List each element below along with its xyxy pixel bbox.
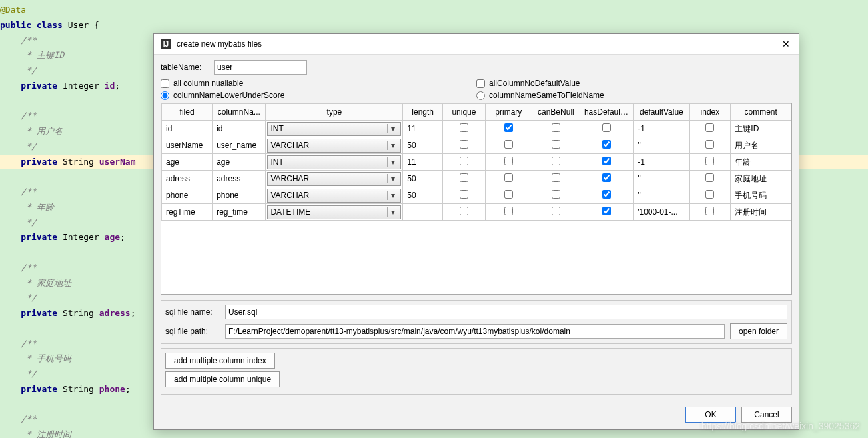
cell-type[interactable]: VARCHAR▾ xyxy=(266,187,403,204)
index-checkbox[interactable] xyxy=(705,140,714,149)
cell-unique[interactable] xyxy=(443,187,486,204)
cell-columnname[interactable]: phone xyxy=(213,187,266,204)
cell-index[interactable] xyxy=(689,171,731,187)
cell-hasdefault[interactable] xyxy=(580,121,633,137)
cell-type[interactable]: DATETIME▾ xyxy=(266,204,403,221)
cell-index[interactable] xyxy=(689,121,731,137)
primary-checkbox[interactable] xyxy=(504,140,513,149)
canbenull-checkbox[interactable] xyxy=(552,157,560,165)
chevron-down-icon[interactable]: ▾ xyxy=(387,157,398,167)
cell-unique[interactable] xyxy=(443,121,486,137)
chevron-down-icon[interactable]: ▾ xyxy=(387,124,398,133)
index-checkbox[interactable] xyxy=(705,157,714,165)
cell-canbenull[interactable] xyxy=(532,154,580,171)
unique-checkbox[interactable] xyxy=(460,207,468,215)
cell-comment[interactable]: 用户名 xyxy=(731,137,791,154)
cell-comment[interactable]: 手机号码 xyxy=(731,187,791,204)
hasdefault-checkbox[interactable] xyxy=(602,140,611,149)
add-index-button[interactable]: add multiple column index xyxy=(165,353,275,369)
cell-unique[interactable] xyxy=(443,137,486,154)
index-checkbox[interactable] xyxy=(705,123,714,132)
cell-filed[interactable]: adress xyxy=(162,171,213,187)
chevron-down-icon[interactable]: ▾ xyxy=(387,174,398,183)
cell-type[interactable]: VARCHAR▾ xyxy=(266,137,403,154)
canbenull-checkbox[interactable] xyxy=(552,190,560,199)
close-icon[interactable]: ✕ xyxy=(780,38,792,50)
cell-hasdefault[interactable] xyxy=(580,187,633,204)
chevron-down-icon[interactable]: ▾ xyxy=(387,141,398,150)
chevron-down-icon[interactable]: ▾ xyxy=(387,207,398,217)
cell-columnname[interactable]: age xyxy=(213,154,266,171)
cell-canbenull[interactable] xyxy=(532,121,580,137)
cell-defaultvalue[interactable]: '' xyxy=(634,187,689,204)
cell-primary[interactable] xyxy=(485,187,532,204)
unique-checkbox[interactable] xyxy=(460,190,468,199)
unique-checkbox[interactable] xyxy=(460,140,468,149)
cell-primary[interactable] xyxy=(485,171,532,187)
cell-filed[interactable]: id xyxy=(162,121,213,137)
cell-comment[interactable]: 主键ID xyxy=(731,121,791,137)
cell-index[interactable] xyxy=(689,187,731,204)
lower-underscore-radio[interactable] xyxy=(161,91,169,100)
table-row[interactable]: phone phone VARCHAR▾ 50 '' 手机号码 xyxy=(162,187,791,204)
hasdefault-checkbox[interactable] xyxy=(602,190,611,199)
index-checkbox[interactable] xyxy=(705,173,714,182)
primary-checkbox[interactable] xyxy=(504,123,513,132)
cell-index[interactable] xyxy=(689,137,731,154)
cell-unique[interactable] xyxy=(443,204,486,221)
canbenull-checkbox[interactable] xyxy=(552,173,560,182)
cell-columnname[interactable]: adress xyxy=(213,171,266,187)
cell-defaultvalue[interactable]: '1000-01-... xyxy=(634,204,689,221)
cell-columnname[interactable]: user_name xyxy=(213,137,266,154)
index-checkbox[interactable] xyxy=(705,207,714,215)
cell-index[interactable] xyxy=(689,154,731,171)
cell-columnname[interactable]: reg_time xyxy=(213,204,266,221)
primary-checkbox[interactable] xyxy=(504,207,513,215)
cell-length[interactable]: 50 xyxy=(403,171,443,187)
unique-checkbox[interactable] xyxy=(460,157,468,165)
index-checkbox[interactable] xyxy=(705,190,714,199)
unique-checkbox[interactable] xyxy=(460,123,468,132)
cell-index[interactable] xyxy=(689,204,731,221)
cell-defaultvalue[interactable]: '' xyxy=(634,171,689,187)
table-row[interactable]: id id INT▾ 11 -1 主键ID xyxy=(162,121,791,137)
cell-type[interactable]: VARCHAR▾ xyxy=(266,171,403,187)
open-folder-button[interactable]: open folder xyxy=(730,323,787,339)
cell-filed[interactable]: regTime xyxy=(162,204,213,221)
hasdefault-checkbox[interactable] xyxy=(602,123,611,132)
table-row[interactable]: adress adress VARCHAR▾ 50 '' 家庭地址 xyxy=(162,171,791,187)
cell-filed[interactable]: userName xyxy=(162,137,213,154)
hasdefault-checkbox[interactable] xyxy=(602,173,611,182)
cell-primary[interactable] xyxy=(485,121,532,137)
cell-comment[interactable]: 年龄 xyxy=(731,154,791,171)
table-row[interactable]: regTime reg_time DATETIME▾ '1000-01-... … xyxy=(162,204,791,221)
table-row[interactable]: age age INT▾ 11 -1 年龄 xyxy=(162,154,791,171)
cell-canbenull[interactable] xyxy=(532,137,580,154)
cell-defaultvalue[interactable]: '' xyxy=(634,137,689,154)
cell-primary[interactable] xyxy=(485,204,532,221)
primary-checkbox[interactable] xyxy=(504,157,513,165)
cell-defaultvalue[interactable]: -1 xyxy=(634,154,689,171)
cell-filed[interactable]: phone xyxy=(162,187,213,204)
chevron-down-icon[interactable]: ▾ xyxy=(387,191,398,200)
cell-hasdefault[interactable] xyxy=(580,171,633,187)
primary-checkbox[interactable] xyxy=(504,190,513,199)
all-nodefault-checkbox[interactable] xyxy=(476,79,485,88)
cell-length[interactable]: 50 xyxy=(403,137,443,154)
cell-length[interactable] xyxy=(403,204,443,221)
cell-comment[interactable]: 注册时间 xyxy=(731,204,791,221)
sqlfilepath-input[interactable] xyxy=(225,324,725,339)
cell-columnname[interactable]: id xyxy=(213,121,266,137)
cell-hasdefault[interactable] xyxy=(580,137,633,154)
cell-canbenull[interactable] xyxy=(532,204,580,221)
canbenull-checkbox[interactable] xyxy=(552,140,560,149)
hasdefault-checkbox[interactable] xyxy=(602,207,611,215)
cell-defaultvalue[interactable]: -1 xyxy=(634,121,689,137)
cell-canbenull[interactable] xyxy=(532,171,580,187)
cell-primary[interactable] xyxy=(485,154,532,171)
unique-checkbox[interactable] xyxy=(460,173,468,182)
cell-type[interactable]: INT▾ xyxy=(266,154,403,171)
cell-unique[interactable] xyxy=(443,154,486,171)
cell-length[interactable]: 11 xyxy=(403,154,443,171)
cell-type[interactable]: INT▾ xyxy=(266,121,403,137)
